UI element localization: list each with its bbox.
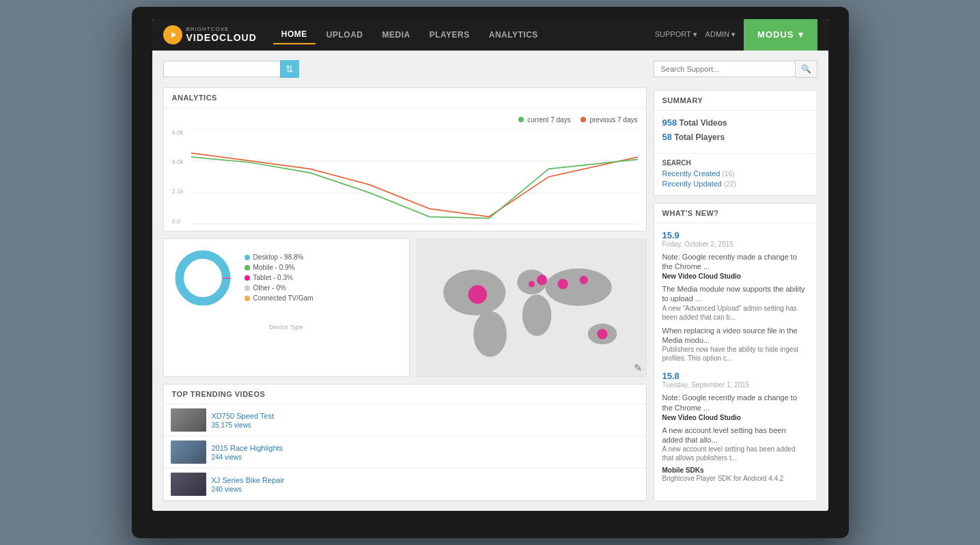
device-dot-mobile [244,265,250,270]
whats-new-body: 15.9 Friday, October 2, 2015 Note: Googl… [654,223,817,499]
device-inner: Desktop - 98.8% Mobile - 0.9% Tablet - 0… [172,247,401,309]
video-item-0: XD750 Speed Test 35,175 views [164,404,646,436]
nav-analytics[interactable]: ANALYTICS [481,26,546,44]
video-views-0: 35,175 views [212,421,639,429]
svg-point-19 [597,329,607,339]
video-title-2[interactable]: XJ Series Bike Repair [212,476,639,484]
video-info-1: 2015 Race Highlights 244 views [212,444,639,461]
device-dot-tablet [244,275,250,281]
summary-card: SUMMARY 958 Total Videos 58 Total Player… [654,90,817,196]
search-input[interactable] [654,61,796,77]
laptop-frame: brightcove VIDEOCLOUD HOME UPLOAD MEDIA … [132,7,849,539]
summary-title: SUMMARY [654,91,817,111]
row-2: Desktop - 98.8% Mobile - 0.9% Tablet - 0… [163,238,647,378]
device-item-2: Tablet - 0.3% [244,274,313,281]
video-title-1[interactable]: 2015 Race Highlights [212,444,639,452]
nav-home[interactable]: HOME [273,25,316,44]
version-159-item-2: When replacing a video source file in th… [662,326,809,363]
device-dot-desktop [244,255,250,260]
video-info-0: XD750 Speed Test 35,175 views [212,412,639,429]
analytics-card: ANALYTICS current 7 days previous 7 days [163,87,647,232]
nav-right: SUPPORT ▾ ADMIN ▾ MODUS ▾ [655,19,817,51]
video-views-1: 244 views [212,453,639,461]
modus-button[interactable]: MODUS ▾ [744,19,817,51]
chart-y-labels: 6.0k 4.0k 2.1k 0.0 [172,129,184,225]
version-159-date: Friday, October 2, 2015 [662,240,809,248]
device-dot-other [244,285,250,291]
date-arrow-button[interactable]: ⇅ [280,60,299,78]
recently-created-link[interactable]: Recently Created (16) [662,169,809,178]
chart-area: 6.0k 4.0k 2.1k 0.0 [172,129,638,225]
version-158-date: Tuesday, September 1, 2015 [662,381,809,389]
logo-text: brightcove VIDEOCLOUD [186,26,257,43]
video-item-2: XJ Series Bike Repair 240 views [164,469,646,501]
svg-point-8 [188,263,217,292]
map-card: ✎ [417,238,647,378]
trending-card: TOP TRENDING VIDEOS XD750 Speed Test 35,… [163,384,647,501]
nav-support[interactable]: SUPPORT ▾ [655,30,697,39]
video-thumb-0 [171,408,206,432]
date-range-input[interactable]: 2015-09-30 to 2015-10-07 [163,61,280,77]
version-159-num: 15.9 [662,230,809,240]
nav-admin[interactable]: ADMIN ▾ [705,30,736,39]
search-section: SEARCH Recently Created (16) Recently Up… [654,153,817,195]
current-dot [518,117,524,122]
navbar: brightcove VIDEOCLOUD HOME UPLOAD MEDIA … [152,19,828,51]
video-list: XD750 Speed Test 35,175 views 2015 Race … [164,404,646,501]
device-dot-tv [244,296,250,301]
world-map-svg: ✎ [417,239,646,377]
total-videos-num: 958 [662,117,677,128]
total-players-label: Total Players [674,132,725,142]
whats-new-card: WHAT'S NEW? 15.9 Friday, October 2, 2015… [654,203,817,502]
nav-media[interactable]: MEDIA [374,26,419,44]
nav-links: HOME UPLOAD MEDIA PLAYERS ANALYTICS [273,25,655,44]
search-button[interactable]: 🔍 [796,60,817,78]
analytics-title: ANALYTICS [164,88,646,108]
total-videos-label: Total Videos [680,118,727,128]
device-item-4: Connected TV/Gam [244,294,313,302]
donut-chart [172,247,234,309]
video-item-1: 2015 Race Highlights 244 views [164,436,646,469]
main-content: 2015-09-30 to 2015-10-07 ⇅ ANALYTICS cur… [152,51,828,512]
video-thumb-1 [171,441,206,464]
logo-brightcove: brightcove [186,26,257,32]
svg-point-13 [545,268,611,306]
device-item-0: Desktop - 98.8% [244,253,313,261]
logo-icon [163,25,182,44]
search-bar-wrapper: 🔍 [654,60,817,78]
right-panel: 🔍 SUMMARY 958 Total Videos 58 Total Play… [654,60,817,502]
version-158-item-2: Mobile SDKs Brightcove Player SDK for An… [662,466,809,483]
summary-body: 958 Total Videos 58 Total Players [654,111,817,153]
version-159-item-1: The Media module now supports the abilit… [662,284,809,322]
device-footer: Device Type [172,324,401,331]
trending-title: TOP TRENDING VIDEOS [164,385,646,404]
video-title-0[interactable]: XD750 Speed Test [212,412,639,420]
video-thumb-2 [171,473,206,496]
svg-point-15 [468,285,486,303]
version-158: 15.8 Tuesday, September 1, 2015 Note: Go… [662,371,809,483]
total-videos-row: 958 Total Videos [662,117,809,128]
device-item-1: Mobile - 0.9% [244,264,313,271]
left-panel: 2015-09-30 to 2015-10-07 ⇅ ANALYTICS cur… [163,60,647,502]
logo-videocloud: VIDEOCLOUD [186,32,257,43]
whats-new-title: WHAT'S NEW? [654,204,817,223]
version-158-item-0: Note: Google recently made a change to t… [662,393,809,421]
nav-upload[interactable]: UPLOAD [318,26,372,44]
screen: brightcove VIDEOCLOUD HOME UPLOAD MEDIA … [152,19,828,512]
logo: brightcove VIDEOCLOUD [163,25,257,44]
search-section-title: SEARCH [662,159,809,167]
previous-dot [580,117,586,122]
recently-updated-link[interactable]: Recently Updated (22) [662,180,809,188]
device-item-3: Other - 0% [244,284,313,292]
device-card: Desktop - 98.8% Mobile - 0.9% Tablet - 0… [163,238,410,378]
nav-players[interactable]: PLAYERS [421,26,478,44]
svg-point-16 [537,275,547,285]
chart-legend: current 7 days previous 7 days [172,116,638,124]
total-players-row: 58 Total Players [662,132,809,142]
svg-point-18 [579,275,587,283]
svg-point-12 [522,294,551,336]
total-players-num: 58 [662,132,672,142]
legend-current: current 7 days [518,116,571,124]
analytics-chart: current 7 days previous 7 days 6.0k 4.0k [164,108,646,231]
version-159: 15.9 Friday, October 2, 2015 Note: Googl… [662,230,809,363]
